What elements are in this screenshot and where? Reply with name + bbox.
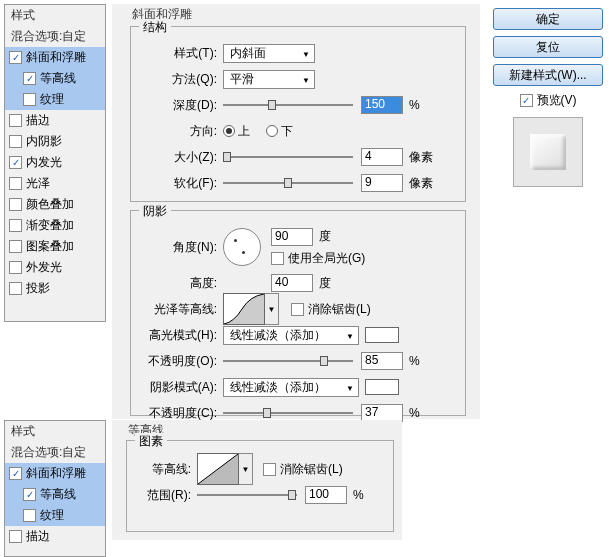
styles-header: 样式 (5, 5, 105, 26)
soften-unit: 像素 (409, 175, 433, 192)
chevron-down-icon (338, 380, 354, 394)
contour-picker[interactable] (197, 453, 239, 485)
reset-button[interactable]: 复位 (493, 36, 603, 58)
shadow-mode-label: 阴影模式(A): (141, 379, 223, 396)
style-item[interactable]: 描边 (5, 110, 105, 131)
highlight-mode-label: 高光模式(H): (141, 327, 223, 344)
size-slider[interactable] (223, 149, 353, 165)
style-item[interactable]: 等高线 (5, 68, 105, 89)
style-checkbox[interactable] (23, 509, 36, 522)
highlight-opacity-label: 不透明度(O): (141, 353, 223, 370)
range-input[interactable]: 100 (305, 486, 347, 504)
style-item[interactable]: 外发光 (5, 257, 105, 278)
style-checkbox[interactable] (9, 282, 22, 295)
right-column: 确定 复位 新建样式(W)... 预览(V) (493, 8, 603, 195)
structure-title: 结构 (139, 19, 171, 36)
style-checkbox[interactable] (9, 177, 22, 190)
new-style-button[interactable]: 新建样式(W)... (493, 64, 603, 86)
ok-button[interactable]: 确定 (493, 8, 603, 30)
contour-antialias-checkbox[interactable] (263, 463, 276, 476)
style-checkbox[interactable] (9, 530, 22, 543)
style-item[interactable]: 投影 (5, 278, 105, 299)
range-slider[interactable] (197, 487, 297, 503)
chevron-down-icon (294, 46, 310, 60)
chevron-down-icon[interactable] (239, 453, 253, 485)
chevron-down-icon (338, 328, 354, 342)
style-checkbox[interactable] (9, 261, 22, 274)
style-item[interactable]: 内阴影 (5, 131, 105, 152)
style-item[interactable]: 图案叠加 (5, 236, 105, 257)
style-checkbox[interactable] (9, 156, 22, 169)
preview-checkbox[interactable] (520, 94, 533, 107)
depth-input[interactable]: 150 (361, 96, 403, 114)
depth-unit: % (409, 98, 420, 112)
antialias-checkbox[interactable] (291, 303, 304, 316)
size-label: 大小(Z): (141, 149, 223, 166)
style-checkbox[interactable] (9, 219, 22, 232)
chevron-down-icon (294, 72, 310, 86)
style-label: 等高线 (40, 70, 76, 87)
gloss-contour-picker[interactable] (223, 293, 265, 325)
style-checkbox[interactable] (9, 198, 22, 211)
style-item[interactable]: 等高线 (5, 484, 105, 505)
preview-box (513, 117, 583, 187)
style-item[interactable]: 纹理 (5, 505, 105, 526)
style-checkbox[interactable] (9, 467, 22, 480)
style-checkbox[interactable] (9, 240, 22, 253)
style-label: 投影 (26, 280, 50, 297)
direction-up-radio[interactable] (223, 125, 235, 137)
style-item[interactable]: 斜面和浮雕 (5, 463, 105, 484)
contour-label: 等高线: (135, 461, 197, 478)
style-item[interactable]: 纹理 (5, 89, 105, 110)
blend-options-2[interactable]: 混合选项:自定 (5, 442, 105, 463)
shadow-opacity-label: 不透明度(C): (141, 405, 223, 422)
direction-down-radio[interactable] (266, 125, 278, 137)
style-checkbox[interactable] (23, 488, 36, 501)
blend-options[interactable]: 混合选项:自定 (5, 26, 105, 47)
style-label: 外发光 (26, 259, 62, 276)
style-label: 内发光 (26, 154, 62, 171)
highlight-mode-dropdown[interactable]: 线性减淡（添加） (223, 326, 359, 345)
angle-dial[interactable] (223, 228, 261, 266)
style-checkbox[interactable] (23, 93, 36, 106)
style-checkbox[interactable] (23, 72, 36, 85)
style-checkbox[interactable] (9, 114, 22, 127)
shadow-mode-dropdown[interactable]: 线性减淡（添加） (223, 378, 359, 397)
angle-input[interactable]: 90 (271, 228, 313, 246)
style-item[interactable]: 渐变叠加 (5, 215, 105, 236)
style-label: 纹理 (40, 507, 64, 524)
shadow-color-swatch[interactable] (365, 379, 399, 395)
style-item[interactable]: 斜面和浮雕 (5, 47, 105, 68)
soften-input[interactable]: 9 (361, 174, 403, 192)
highlight-opacity-slider[interactable] (223, 353, 353, 369)
styles-header-2: 样式 (5, 421, 105, 442)
global-light-checkbox[interactable] (271, 252, 284, 265)
altitude-input[interactable]: 40 (271, 274, 313, 292)
chevron-down-icon[interactable] (265, 293, 279, 325)
method-label: 方法(Q): (141, 71, 223, 88)
style-item[interactable]: 光泽 (5, 173, 105, 194)
soften-label: 软化(F): (141, 175, 223, 192)
style-item[interactable]: 描边 (5, 526, 105, 547)
method-dropdown[interactable]: 平滑 (223, 70, 315, 89)
style-list: 斜面和浮雕等高线纹理描边内阴影内发光光泽颜色叠加渐变叠加图案叠加外发光投影 (5, 47, 105, 299)
style-label: 渐变叠加 (26, 217, 74, 234)
style-item[interactable]: 内发光 (5, 152, 105, 173)
contour-section-title: 图素 (135, 433, 167, 450)
style-checkbox[interactable] (9, 51, 22, 64)
highlight-color-swatch[interactable] (365, 327, 399, 343)
depth-slider[interactable] (223, 97, 353, 113)
soften-slider[interactable] (223, 175, 353, 191)
size-input[interactable]: 4 (361, 148, 403, 166)
style-label: 颜色叠加 (26, 196, 74, 213)
highlight-opacity-input[interactable]: 85 (361, 352, 403, 370)
style-label: 等高线 (40, 486, 76, 503)
style-item[interactable]: 颜色叠加 (5, 194, 105, 215)
style-dropdown[interactable]: 内斜面 (223, 44, 315, 63)
style-label: 纹理 (40, 91, 64, 108)
structure-fieldset: 结构 样式(T): 内斜面 方法(Q): 平滑 深度(D): 150 % 方向:… (130, 26, 466, 202)
style-checkbox[interactable] (9, 135, 22, 148)
gloss-contour-label: 光泽等高线: (141, 301, 223, 318)
style-label: 样式(T): (141, 45, 223, 62)
shadow-opacity-slider[interactable] (223, 405, 353, 421)
